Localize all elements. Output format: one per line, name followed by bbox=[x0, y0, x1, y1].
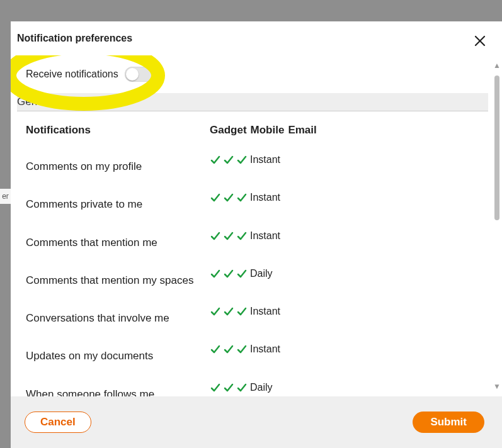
row-label: Comments private to me bbox=[26, 192, 210, 215]
col-notifications-header: Notifications bbox=[26, 124, 210, 137]
receive-notifications-toggle[interactable] bbox=[125, 67, 154, 82]
row-frequency[interactable]: Instant bbox=[250, 306, 280, 317]
col-gadget-header: Gadget bbox=[210, 124, 247, 137]
row-checks: Instant bbox=[210, 306, 280, 317]
notification-row[interactable]: Comments on my profileInstant bbox=[26, 154, 488, 177]
row-label: Comments that mention me bbox=[26, 230, 210, 253]
check-icon[interactable] bbox=[223, 192, 234, 203]
modal-header: Notification preferences bbox=[11, 21, 502, 55]
receive-notifications-label: Receive notifications bbox=[26, 69, 118, 80]
row-frequency[interactable]: Instant bbox=[250, 344, 280, 355]
check-icon[interactable] bbox=[236, 306, 248, 317]
row-label: Comments that mention my spaces bbox=[26, 268, 210, 291]
content-scroll[interactable]: Receive notifications General Notificati… bbox=[11, 55, 488, 396]
scroll-thumb[interactable] bbox=[494, 76, 499, 220]
col-email-header: Email bbox=[288, 124, 316, 137]
check-icon[interactable] bbox=[210, 382, 221, 393]
check-icon[interactable] bbox=[210, 154, 221, 165]
row-label: Comments on my profile bbox=[26, 154, 210, 177]
check-icon[interactable] bbox=[223, 344, 234, 355]
check-icon[interactable] bbox=[223, 230, 234, 242]
row-checks: Instant bbox=[210, 192, 280, 203]
check-icon[interactable] bbox=[223, 382, 234, 393]
cancel-button[interactable]: Cancel bbox=[25, 412, 91, 433]
row-label: When someone follows me bbox=[26, 382, 210, 396]
scroll-up-icon[interactable]: ▲ bbox=[493, 62, 501, 69]
check-icon[interactable] bbox=[236, 268, 248, 279]
check-icon[interactable] bbox=[223, 306, 234, 317]
row-checks: Daily bbox=[210, 268, 273, 279]
notification-rows: Comments on my profileInstantComments pr… bbox=[17, 154, 488, 396]
check-icon[interactable] bbox=[236, 230, 248, 242]
close-button[interactable] bbox=[472, 33, 488, 49]
row-frequency[interactable]: Daily bbox=[250, 268, 273, 279]
column-headers: Notifications Gadget Mobile Email bbox=[17, 124, 488, 137]
section-general: General bbox=[17, 93, 488, 111]
notification-preferences-modal: Notification preferences Receive notific… bbox=[11, 21, 502, 448]
submit-button[interactable]: Submit bbox=[413, 412, 484, 433]
col-mobile-header: Mobile bbox=[251, 124, 285, 137]
check-icon[interactable] bbox=[236, 382, 248, 393]
check-icon[interactable] bbox=[236, 344, 248, 355]
row-label: Updates on my documents bbox=[26, 344, 210, 366]
notification-row[interactable]: When someone follows meDaily bbox=[26, 382, 488, 396]
scroll-down-icon[interactable]: ▼ bbox=[493, 383, 501, 390]
notification-row[interactable]: Comments that mention my spacesDaily bbox=[26, 268, 488, 291]
notification-row[interactable]: Comments that mention meInstant bbox=[26, 230, 488, 253]
row-frequency[interactable]: Instant bbox=[250, 154, 280, 165]
check-icon[interactable] bbox=[236, 192, 248, 203]
row-checks: Daily bbox=[210, 382, 273, 393]
check-icon[interactable] bbox=[210, 306, 221, 317]
row-frequency[interactable]: Instant bbox=[250, 230, 280, 242]
row-checks: Instant bbox=[210, 344, 280, 355]
receive-notifications-row: Receive notifications bbox=[17, 55, 488, 93]
row-checks: Instant bbox=[210, 154, 280, 165]
check-icon[interactable] bbox=[210, 230, 221, 242]
check-icon[interactable] bbox=[210, 192, 221, 203]
check-icon[interactable] bbox=[223, 154, 234, 165]
row-frequency[interactable]: Instant bbox=[250, 192, 280, 203]
check-icon[interactable] bbox=[236, 154, 248, 165]
check-icon[interactable] bbox=[223, 268, 234, 279]
close-icon bbox=[473, 34, 487, 48]
row-checks: Instant bbox=[210, 230, 280, 242]
scroll-area: Receive notifications General Notificati… bbox=[11, 55, 502, 396]
row-label: Conversations that involve me bbox=[26, 306, 210, 328]
modal-title: Notification preferences bbox=[17, 33, 132, 44]
notification-row[interactable]: Conversations that involve meInstant bbox=[26, 306, 488, 328]
modal-footer: Cancel Submit bbox=[11, 396, 502, 448]
row-frequency[interactable]: Daily bbox=[250, 382, 273, 393]
notification-row[interactable]: Updates on my documentsInstant bbox=[26, 344, 488, 366]
notification-row[interactable]: Comments private to meInstant bbox=[26, 192, 488, 215]
background-fragment: er bbox=[0, 189, 11, 204]
scrollbar[interactable]: ▲ ▼ bbox=[493, 62, 501, 390]
check-icon[interactable] bbox=[210, 268, 221, 279]
check-icon[interactable] bbox=[210, 344, 221, 355]
toggle-knob bbox=[126, 68, 139, 81]
